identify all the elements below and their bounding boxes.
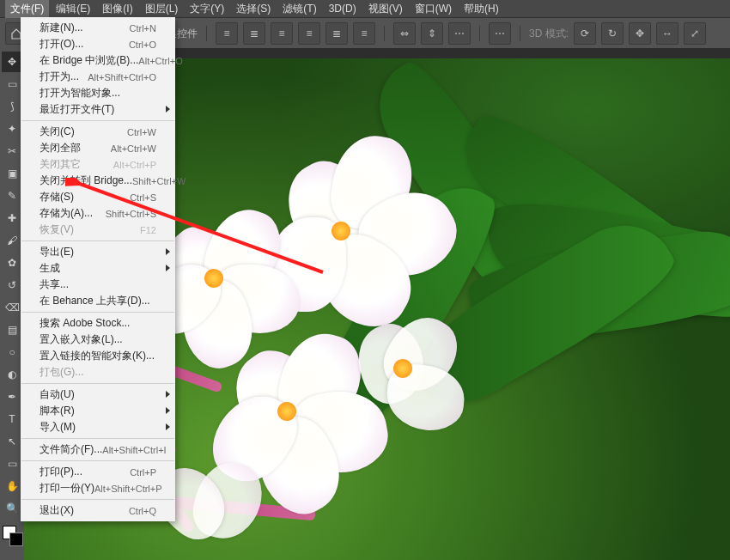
menu-item-编辑[interactable]: 编辑(E) <box>51 0 95 18</box>
menu-shortcut: Ctrl+S <box>130 192 156 203</box>
more-options-icon[interactable]: ⋯ <box>489 22 511 45</box>
magic-wand-tool[interactable]: ✦ <box>2 119 22 139</box>
align-left-icon[interactable]: ≡ <box>216 22 238 45</box>
menu-item-文件[interactable]: 文件(F) <box>5 0 49 18</box>
menu-item-label: 在 Bridge 中浏览(B)... <box>40 53 138 68</box>
menu-item[interactable]: 新建(N)...Ctrl+N <box>21 20 175 36</box>
menu-item[interactable]: 在 Bridge 中浏览(B)...Alt+Ctrl+O <box>21 52 175 69</box>
menu-item[interactable]: 打开为智能对象... <box>21 85 175 101</box>
menu-item-label: 关闭其它 <box>40 157 81 172</box>
3d-pan-icon[interactable]: ✥ <box>629 22 651 45</box>
menu-item[interactable]: 自动(U) <box>21 387 175 403</box>
gradient-tool[interactable]: ▤ <box>2 320 22 340</box>
menu-item-窗口[interactable]: 窗口(W) <box>410 0 457 18</box>
distribute-v-icon[interactable]: ⇕ <box>421 22 443 45</box>
menu-item-label: 打开(O)... <box>40 37 83 52</box>
blur-tool[interactable]: ○ <box>2 342 22 362</box>
menu-item[interactable]: 打开为...Alt+Shift+Ctrl+O <box>21 69 175 85</box>
path-select-tool[interactable]: ↖ <box>2 431 22 452</box>
menu-item[interactable]: 存储为(A)...Shift+Ctrl+S <box>21 205 175 222</box>
menu-item-label: 存储为(A)... <box>40 206 93 221</box>
menu-shortcut: Ctrl+W <box>127 127 156 137</box>
menu-item-label: 新建(N)... <box>40 21 83 35</box>
menu-item[interactable]: 存储(S)Ctrl+S <box>21 189 175 205</box>
menu-item-label: 生成 <box>40 261 60 276</box>
menu-item[interactable]: 打印(P)...Ctrl+P <box>21 464 175 480</box>
move-tool[interactable]: ✥ <box>2 52 22 72</box>
distribute-h-icon[interactable]: ⇔ <box>393 22 416 45</box>
menu-item-图层[interactable]: 图层(L) <box>140 0 184 18</box>
shape-tool[interactable]: ▭ <box>2 453 22 474</box>
menu-item[interactable]: 关闭并转到 Bridge...Shift+Ctrl+W <box>21 173 175 189</box>
healing-brush-tool[interactable]: ✚ <box>2 208 22 228</box>
menu-item-3d[interactable]: 3D(D) <box>324 1 362 16</box>
menu-shortcut: Shift+Ctrl+S <box>106 209 156 219</box>
menu-item-视图[interactable]: 视图(V) <box>363 0 408 18</box>
menu-item-label: 置入链接的智能对象(K)... <box>40 349 155 363</box>
menu-item-label: 关闭(C) <box>40 125 75 139</box>
3d-slide-icon[interactable]: ↔ <box>656 22 678 45</box>
menu-item[interactable]: 共享... <box>21 277 175 293</box>
brush-tool[interactable]: 🖌 <box>2 230 22 251</box>
menu-shortcut: Alt+Ctrl+O <box>138 56 182 66</box>
menu-item-label: 文件简介(F)... <box>40 442 102 457</box>
history-brush-tool[interactable]: ↺ <box>2 275 22 295</box>
menu-item[interactable]: 打开(O)...Ctrl+O <box>21 36 175 52</box>
menu-item-label: 脚本(R) <box>40 404 75 418</box>
menu-shortcut: Ctrl+P <box>130 467 156 478</box>
align-right-icon[interactable]: ≡ <box>271 22 293 45</box>
3d-roll-icon[interactable]: ↻ <box>601 22 624 45</box>
separator <box>520 26 520 41</box>
lasso-tool[interactable]: ⟆ <box>2 96 22 117</box>
menu-separator <box>21 312 174 313</box>
menu-item-帮助[interactable]: 帮助(H) <box>459 0 504 18</box>
pen-tool[interactable]: ✒ <box>2 387 22 407</box>
dodge-tool[interactable]: ◐ <box>2 364 22 385</box>
crop-tool[interactable]: ✂ <box>2 141 22 161</box>
marquee-tool[interactable]: ▭ <box>2 74 22 94</box>
menu-item[interactable]: 关闭全部Alt+Ctrl+W <box>21 140 175 156</box>
menu-item[interactable]: 置入嵌入对象(L)... <box>21 332 175 348</box>
3d-zoom-icon[interactable]: ⤢ <box>684 22 706 45</box>
menu-item-滤镜[interactable]: 滤镜(T) <box>277 0 321 18</box>
menu-shortcut: Shift+Ctrl+W <box>132 176 186 186</box>
menu-item[interactable]: 关闭(C)Ctrl+W <box>21 124 175 140</box>
align-center-icon[interactable]: ≣ <box>243 22 265 45</box>
menu-shortcut: Alt+Shift+Ctrl+P <box>94 484 162 494</box>
menu-item-图像[interactable]: 图像(I) <box>97 0 137 18</box>
menu-item[interactable]: 最近打开文件(T) <box>21 101 175 118</box>
menu-item[interactable]: 搜索 Adobe Stock... <box>21 315 175 332</box>
menu-item[interactable]: 生成 <box>21 260 175 277</box>
stamp-tool[interactable]: ✿ <box>2 253 22 273</box>
menu-separator <box>21 383 174 384</box>
align-bottom-icon[interactable]: ≡ <box>353 22 375 45</box>
3d-orbit-icon[interactable]: ⟳ <box>574 22 596 45</box>
menu-item: 打包(G)... <box>21 364 175 380</box>
eyedropper-tool[interactable]: ✎ <box>2 186 22 206</box>
menu-item[interactable]: 置入链接的智能对象(K)... <box>21 348 175 364</box>
eraser-tool[interactable]: ⌫ <box>2 297 22 318</box>
frame-tool[interactable]: ▣ <box>2 163 22 184</box>
menu-item[interactable]: 导出(E) <box>21 244 175 260</box>
distribute-spacing-icon[interactable]: ⋯ <box>448 22 471 45</box>
type-tool[interactable]: T <box>2 409 22 429</box>
menu-item[interactable]: 退出(X)Ctrl+Q <box>21 502 175 519</box>
menu-item-文字[interactable]: 文字(Y) <box>185 0 229 18</box>
menu-item[interactable]: 在 Behance 上共享(D)... <box>21 293 175 309</box>
menu-shortcut: Ctrl+O <box>129 40 156 50</box>
menu-item[interactable]: 导入(M) <box>21 419 175 435</box>
menu-item[interactable]: 脚本(R) <box>21 403 175 419</box>
menu-shortcut: F12 <box>140 225 156 235</box>
hand-tool[interactable]: ✋ <box>2 476 22 496</box>
align-top-icon[interactable]: ≡ <box>298 22 320 45</box>
background-color[interactable] <box>9 533 23 546</box>
zoom-tool[interactable]: 🔍 <box>2 498 22 519</box>
menu-shortcut: Alt+Ctrl+W <box>111 143 156 154</box>
menu-item-label: 搜索 Adobe Stock... <box>40 316 130 331</box>
menu-item-label: 关闭并转到 Bridge... <box>40 173 132 188</box>
menu-item[interactable]: 打印一份(Y)Alt+Shift+Ctrl+P <box>21 480 175 496</box>
menu-item[interactable]: 文件简介(F)...Alt+Shift+Ctrl+I <box>21 441 175 458</box>
color-swatches[interactable] <box>3 526 21 545</box>
menu-item-选择[interactable]: 选择(S) <box>231 0 276 18</box>
align-middle-icon[interactable]: ≣ <box>325 22 348 45</box>
